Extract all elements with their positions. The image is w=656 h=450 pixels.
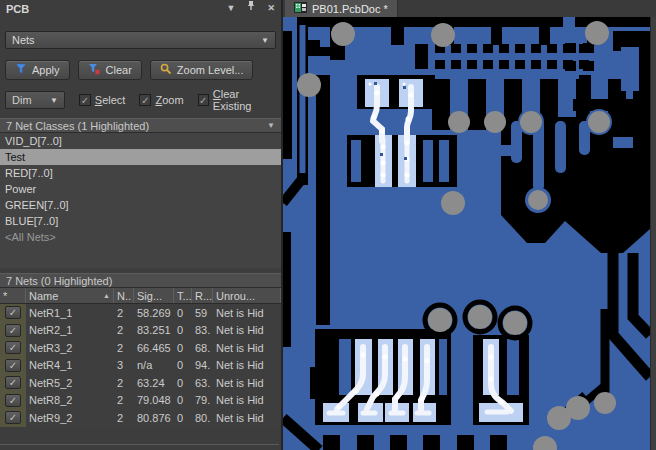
net-enabled-checkbox[interactable]: ✓ <box>0 374 26 392</box>
clear-existing-checkbox[interactable]: ✓ Clear Existing <box>198 88 276 112</box>
checkbox-check-icon: ✓ <box>5 394 21 407</box>
panel-pin-icon[interactable] <box>246 0 256 17</box>
net-name: NetR5_2 <box>26 377 114 389</box>
net-unrouted-status: Net is Hid <box>213 342 281 354</box>
checkbox-check-icon: ✓ <box>5 306 21 319</box>
net-class-item[interactable]: Power <box>0 181 281 197</box>
net-name: NetR2_1 <box>26 324 114 336</box>
net-t-value: 0 <box>174 359 192 371</box>
net-class-item-selected[interactable]: Test <box>0 149 281 165</box>
zoom-checkbox-label: Zoom <box>155 94 183 106</box>
select-checkbox[interactable]: ✓ Select <box>79 94 126 106</box>
table-row[interactable]: ✓ NetR4_1 3 n/a 0 94. Net is Hid <box>0 357 281 375</box>
net-class-item[interactable]: RED[7..0] <box>0 165 281 181</box>
table-row[interactable]: ✓ NetR9_2 2 80.876 0 80. Net is Hid <box>0 409 281 427</box>
net-class-item[interactable]: GREEN[7..0] <box>0 197 281 213</box>
net-unrouted-status: Net is Hid <box>213 324 281 336</box>
nets-table-body: ✓ NetR1_1 2 58.269 0 59 Net is Hid ✓ Net… <box>0 304 281 427</box>
net-routed: 83. <box>192 324 213 336</box>
column-header-unrouted[interactable]: Unrou... <box>213 288 281 303</box>
chevron-down-icon: ▼ <box>267 121 275 130</box>
apply-button[interactable]: Apply <box>5 60 70 80</box>
magnifier-icon <box>160 63 172 77</box>
net-routed: 63. <box>192 377 213 389</box>
panel-title: PCB <box>6 3 29 15</box>
net-enabled-checkbox[interactable]: ✓ <box>0 304 26 322</box>
column-header-t[interactable]: T... <box>174 288 192 303</box>
net-signal-length: 63.24 <box>134 377 174 389</box>
sort-ascending-icon: ▲ <box>103 292 110 299</box>
net-class-item[interactable]: VID_D[7..0] <box>0 133 281 149</box>
dim-dropdown[interactable]: Dim ▼ <box>5 91 65 109</box>
zoom-checkbox[interactable]: ✓ Zoom <box>139 94 183 106</box>
clear-button[interactable]: Clear <box>78 60 142 80</box>
net-signal-length: 58.269 <box>134 307 174 319</box>
table-row[interactable]: ✓ NetR8_2 2 79.048 0 79. Net is Hid <box>0 392 281 410</box>
net-classes-header[interactable]: 7 Net Classes (1 Highlighted) ▼ <box>0 118 281 133</box>
filter-clear-icon <box>88 63 101 77</box>
net-enabled-checkbox[interactable]: ✓ <box>0 339 26 357</box>
checkbox-check-icon: ✓ <box>5 341 21 354</box>
table-row[interactable]: ✓ NetR3_2 2 66.465 0 68. Net is Hid <box>0 339 281 357</box>
highlighted-net-group-lower-left <box>315 329 451 425</box>
net-enabled-checkbox[interactable]: ✓ <box>0 357 26 375</box>
net-signal-length: 66.465 <box>134 342 174 354</box>
net-classes-list: VID_D[7..0] Test RED[7..0] Power GREEN[7… <box>0 133 281 268</box>
net-enabled-checkbox[interactable]: ✓ <box>0 409 26 427</box>
nets-header[interactable]: 7 Nets (0 Highlighted) <box>0 273 281 288</box>
table-row[interactable]: ✓ NetR5_2 2 63.24 0 63. Net is Hid <box>0 374 281 392</box>
zoom-level-button-label: Zoom Level... <box>177 64 244 76</box>
column-header-name-label: Name <box>29 290 58 302</box>
checkbox-check-icon: ✓ <box>198 94 209 106</box>
panel-close-icon[interactable]: ✕ <box>267 0 275 17</box>
net-classes-header-label: 7 Net Classes (1 Highlighted) <box>6 120 149 132</box>
column-header-star[interactable]: * <box>0 288 26 303</box>
pcb-canvas[interactable] <box>283 17 650 450</box>
column-header-name[interactable]: Name ▲ <box>26 288 114 303</box>
net-signal-length: n/a <box>134 359 174 371</box>
net-t-value: 0 <box>174 412 192 424</box>
select-checkbox-label: Select <box>95 94 126 106</box>
net-t-value: 0 <box>174 324 192 336</box>
clear-existing-checkbox-label: Clear Existing <box>213 88 276 112</box>
zoom-level-button[interactable]: Zoom Level... <box>150 60 254 80</box>
clear-button-label: Clear <box>106 64 132 76</box>
chevron-down-icon: ▼ <box>261 36 269 45</box>
checkbox-check-icon: ✓ <box>5 411 21 424</box>
checkbox-check-icon: ✓ <box>139 94 151 106</box>
panel-titlebar: PCB ▼ ✕ <box>0 0 281 17</box>
net-signal-length: 79.048 <box>134 394 174 406</box>
chevron-down-icon: ▼ <box>50 96 58 105</box>
highlighted-net-group-lower-right <box>473 335 529 425</box>
net-routed: 68. <box>192 342 213 354</box>
tab-pb01-pcbdoc[interactable]: PB01.PcbDoc * <box>285 0 398 17</box>
net-enabled-checkbox[interactable]: ✓ <box>0 392 26 410</box>
checkbox-check-icon: ✓ <box>5 324 21 337</box>
filter-icon <box>15 63 27 77</box>
column-header-nodes[interactable]: N.. <box>114 288 134 303</box>
net-routed: 94. <box>192 359 213 371</box>
checkbox-check-icon: ✓ <box>5 376 21 389</box>
column-header-routed[interactable]: R... <box>192 288 213 303</box>
net-unrouted-status: Net is Hid <box>213 412 281 424</box>
net-routed: 80. <box>192 412 213 424</box>
net-t-value: 0 <box>174 307 192 319</box>
net-class-item[interactable]: BLUE[7..0] <box>0 213 281 229</box>
apply-button-label: Apply <box>32 64 60 76</box>
document-tab-bar: PB01.PcbDoc * <box>283 0 656 17</box>
column-header-signal[interactable]: Sig... <box>134 288 174 303</box>
panel-bottom-divider <box>0 444 279 445</box>
altium-window: PCB ▼ ✕ Nets ▼ Apply Clear Zoom Level... <box>0 0 656 450</box>
table-row[interactable]: ✓ NetR2_1 2 83.251 0 83. Net is Hid <box>0 322 281 340</box>
net-name: NetR8_2 <box>26 394 114 406</box>
net-nodes: 2 <box>114 377 134 389</box>
net-name: NetR3_2 <box>26 342 114 354</box>
net-unrouted-status: Net is Hid <box>213 377 281 389</box>
net-class-item-all-nets[interactable]: <All Nets> <box>0 229 281 245</box>
pcb-editor-viewport[interactable] <box>283 17 650 450</box>
net-enabled-checkbox[interactable]: ✓ <box>0 322 26 340</box>
net-nodes: 2 <box>114 394 134 406</box>
panel-menu-dropdown-icon[interactable]: ▼ <box>227 0 236 17</box>
panel-mode-dropdown[interactable]: Nets ▼ <box>5 31 276 49</box>
table-row[interactable]: ✓ NetR1_1 2 58.269 0 59 Net is Hid <box>0 304 281 322</box>
